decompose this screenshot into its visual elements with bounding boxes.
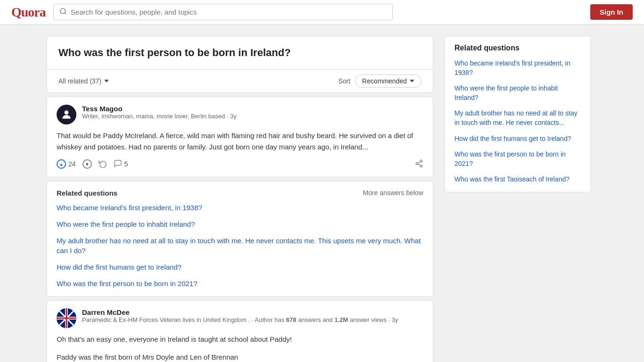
sidebar-link-1[interactable]: Who were the first people to inhabit Ire… <box>454 84 581 102</box>
avatar-darren <box>57 308 76 328</box>
header: Quora Sign In <box>0 0 644 25</box>
page-body: Who was the first person to be born in I… <box>39 25 605 362</box>
related-inline-header: Related questions More answers below <box>57 189 423 197</box>
answer-actions-tess: ▲ 24 ▼ <box>57 159 423 169</box>
sidebar-card: Related questions Who became Ireland's f… <box>445 36 591 192</box>
user-bio-darren: Paramedic & Ex-HM Forces Veteran lives i… <box>82 316 398 323</box>
answer-card-tess: Tess Magoo Writer, Irishwoman, mama, mov… <box>47 97 433 177</box>
user-info-darren: Darren McDee Paramedic & Ex-HM Forces Ve… <box>82 308 398 323</box>
bio-suffix: answer views · 3y <box>348 316 398 323</box>
related-link-4[interactable]: Who was the first person to be born in 2… <box>57 279 423 288</box>
related-link-0[interactable]: Who became Ireland's first president, in… <box>57 203 423 213</box>
sidebar-link-3[interactable]: How did the first humans get to Ireland? <box>454 134 581 144</box>
chevron-down-icon <box>104 80 109 82</box>
answer-text-darren-1: Oh that's an easy one, everyone in Irela… <box>57 334 423 345</box>
sidebar: Related questions Who became Ireland's f… <box>445 36 591 362</box>
answer-header-darren: Darren McDee Paramedic & Ex-HM Forces Ve… <box>57 308 423 328</box>
share-icon <box>99 159 107 169</box>
user-info-tess: Tess Magoo Writer, Irishwoman, mama, mov… <box>82 105 237 120</box>
question-title: Who was the first person to be born in I… <box>58 46 421 60</box>
search-bar <box>53 4 393 20</box>
svg-line-1 <box>65 13 66 14</box>
answer-card-darren: Darren McDee Paramedic & Ex-HM Forces Ve… <box>47 300 433 362</box>
user-name-tess: Tess Magoo <box>82 105 237 113</box>
quora-logo[interactable]: Quora <box>11 5 46 20</box>
related-link-1[interactable]: Who were the first people to inhabit Ire… <box>57 219 423 229</box>
svg-line-6 <box>418 164 420 165</box>
upvote-icon: ▲ <box>57 159 66 169</box>
sidebar-link-5[interactable]: Who was the first Taoiseach of Ireland? <box>454 175 581 184</box>
sort-label: Sort <box>338 77 350 85</box>
search-input[interactable] <box>71 8 387 16</box>
upvote-button-tess[interactable]: ▲ 24 <box>57 159 76 169</box>
upvote-count-tess: 24 <box>68 160 76 168</box>
user-bio-tess: Writer, Irishwoman, mama, movie lover, B… <box>82 113 237 120</box>
more-answers-label: More answers below <box>363 189 423 197</box>
search-icon <box>59 8 67 16</box>
sort-value: Recommended <box>362 77 407 85</box>
bio-answers-count: 678 <box>286 316 297 323</box>
signin-button[interactable]: Sign In <box>590 4 633 20</box>
bio-views-count: 1.2M <box>334 316 348 323</box>
related-link-2[interactable]: My adult brother has no need at all to s… <box>57 236 423 255</box>
all-related-dropdown[interactable]: All related (37) <box>58 77 109 85</box>
comment-count-tess: 5 <box>124 160 128 168</box>
answer-text-tess: That would be Paddy McIreland. A fierce,… <box>57 130 423 153</box>
sidebar-link-0[interactable]: Who became Ireland's first president, in… <box>454 59 581 77</box>
sidebar-title: Related questions <box>454 44 581 52</box>
answer-text-darren-2: Paddy was the first born of Mrs Doyle an… <box>57 352 423 362</box>
downvote-icon: ▼ <box>83 159 92 169</box>
more-share-button-tess[interactable] <box>415 159 423 169</box>
bio-mid: answers and <box>297 316 335 323</box>
bio-prefix: Paramedic & Ex-HM Forces Veteran lives i… <box>82 316 286 323</box>
svg-line-7 <box>418 162 420 163</box>
related-inline-title: Related questions <box>57 189 117 197</box>
comment-button-tess[interactable]: 5 <box>114 159 128 169</box>
related-link-3[interactable]: How did the first humans get to Ireland? <box>57 262 423 272</box>
main-content: Who was the first person to be born in I… <box>47 36 433 362</box>
comment-icon <box>114 159 122 169</box>
svg-point-2 <box>65 110 69 115</box>
sidebar-link-2[interactable]: My adult brother has no need at all to s… <box>454 109 581 127</box>
external-share-icon <box>415 159 423 169</box>
sort-dropdown[interactable]: Recommended <box>355 74 421 88</box>
answer-header-tess: Tess Magoo Writer, Irishwoman, mama, mov… <box>57 105 423 124</box>
sidebar-link-4[interactable]: Who was the first person to be born in 2… <box>454 150 581 168</box>
question-card: Who was the first person to be born in I… <box>47 36 433 70</box>
sort-chevron-icon <box>410 80 414 82</box>
filters-bar: All related (37) Sort Recommended <box>47 70 433 93</box>
share-button-tess[interactable] <box>99 159 107 169</box>
avatar-tess <box>57 105 76 124</box>
all-related-label: All related (37) <box>58 77 101 85</box>
downvote-button-tess[interactable]: ▼ <box>83 159 92 169</box>
user-name-darren: Darren McDee <box>82 308 398 316</box>
related-inline-card: Related questions More answers below Who… <box>47 181 433 296</box>
sort-area: Sort Recommended <box>338 74 421 88</box>
